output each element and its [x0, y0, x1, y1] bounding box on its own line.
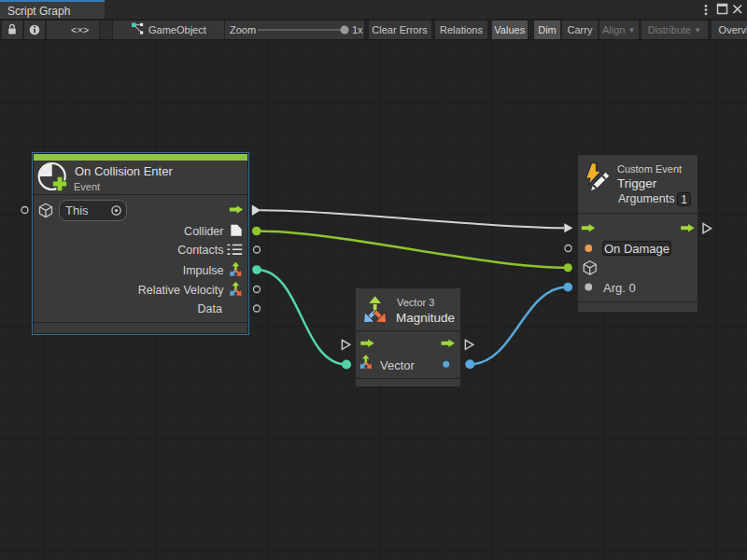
svg-text:<×>: <×>	[71, 24, 89, 35]
